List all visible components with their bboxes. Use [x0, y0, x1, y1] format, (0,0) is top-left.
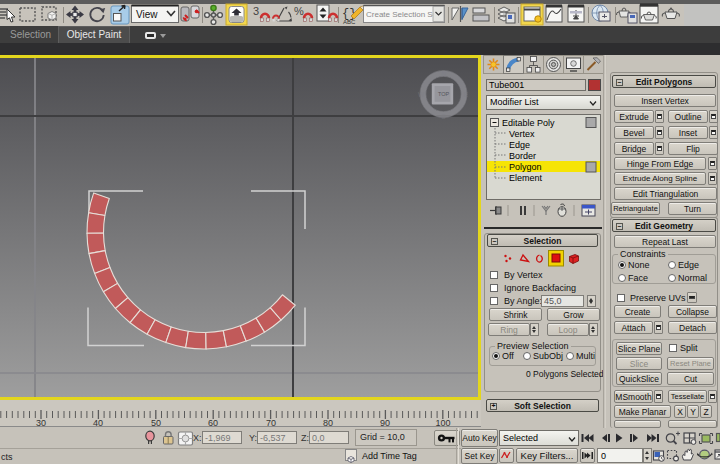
svg-text:Element: Element	[509, 173, 543, 183]
svg-text:50: 50	[151, 418, 161, 427]
svg-text:View: View	[136, 9, 158, 20]
svg-text:W: W	[418, 91, 425, 98]
svg-text:%: %	[294, 5, 304, 17]
svg-text:S: S	[441, 113, 446, 120]
svg-text:E: E	[464, 91, 469, 98]
svg-text:40: 40	[93, 418, 103, 427]
svg-text:60: 60	[208, 418, 218, 427]
svg-text:Vertex: Vertex	[509, 129, 535, 139]
svg-text:Polygon: Polygon	[509, 162, 542, 172]
svg-text:30: 30	[36, 418, 46, 427]
svg-text:ABC: ABC	[343, 19, 356, 25]
svg-text:3: 3	[253, 5, 259, 17]
svg-text:N: N	[441, 70, 446, 77]
svg-text:100: 100	[435, 418, 450, 427]
svg-text:Edge: Edge	[509, 140, 530, 150]
svg-text:TOP: TOP	[438, 91, 450, 97]
svg-text:80: 80	[323, 418, 333, 427]
svg-text:90: 90	[380, 418, 390, 427]
svg-text:Border: Border	[509, 151, 536, 161]
svg-text:70: 70	[266, 418, 276, 427]
svg-text:Editable Poly: Editable Poly	[502, 118, 555, 128]
svg-text:Create Selection Se: Create Selection Se	[366, 10, 438, 19]
